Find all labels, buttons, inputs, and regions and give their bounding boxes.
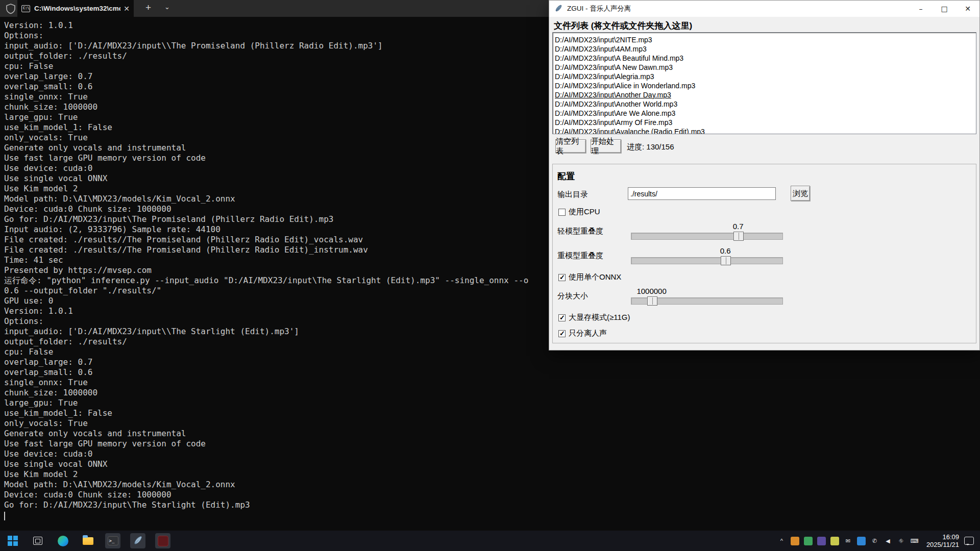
- app-feather-icon: [554, 5, 562, 13]
- list-item[interactable]: D:/AI/MDX23/input\2NITE.mp3: [555, 35, 976, 44]
- overlap-small-slider[interactable]: [631, 257, 783, 264]
- clock-date: 2025/11/21: [926, 541, 959, 548]
- notification-center-icon[interactable]: [964, 537, 974, 545]
- clock[interactable]: 16:09 2025/11/21: [926, 533, 959, 548]
- large-gpu-checkbox[interactable]: 大显存模式(≥11G): [558, 313, 630, 322]
- terminal-line: overlap_large: 0.7: [4, 357, 980, 367]
- tray-moon-icon[interactable]: [817, 537, 826, 545]
- tray-phone-icon[interactable]: ✆: [870, 537, 879, 545]
- network-icon[interactable]: ⛗: [897, 537, 905, 545]
- only-vocals-label: 只分离人声: [569, 329, 607, 338]
- use-cpu-checkbox[interactable]: 使用CPU: [558, 207, 600, 217]
- overlap-small-label: 重模型重叠度: [557, 251, 603, 261]
- browse-button[interactable]: 浏览: [791, 186, 810, 201]
- output-dir-input[interactable]: [628, 187, 776, 200]
- window-title: ZGUI - 音乐人声分离: [567, 4, 631, 13]
- slider-thumb[interactable]: [733, 232, 744, 241]
- volume-icon[interactable]: ◀: [884, 537, 892, 545]
- new-tab-button[interactable]: +: [145, 2, 151, 13]
- tab-close-icon[interactable]: ✕: [124, 5, 130, 13]
- terminal-tab-title: C:\Windows\system32\cmd.ex: [34, 5, 120, 12]
- chunk-size-label: 分块大小: [557, 291, 588, 301]
- use-cpu-label: 使用CPU: [569, 207, 600, 217]
- overlap-small-value: 0.6: [705, 246, 746, 255]
- zgui-titlebar[interactable]: ZGUI - 音乐人声分离 – □ ✕: [549, 1, 979, 17]
- terminal-line: Use device: cuda:0: [4, 449, 980, 459]
- close-button[interactable]: ✕: [956, 1, 979, 17]
- only-vocals-checkbox[interactable]: 只分离人声: [558, 329, 607, 338]
- single-onnx-checkbox[interactable]: 使用单个ONNX: [558, 272, 621, 282]
- single-onnx-label: 使用单个ONNX: [569, 272, 621, 282]
- start-processing-button[interactable]: 开始处理: [591, 139, 621, 153]
- terminal-tab[interactable]: C:\ C:\Windows\system32\cmd.ex ✕: [17, 0, 134, 17]
- checkbox-box[interactable]: [558, 274, 566, 281]
- python-zgui-icon[interactable]: [130, 533, 145, 548]
- list-item[interactable]: D:/AI/MDX23/input\Are We Alone.mp3: [555, 109, 976, 118]
- terminal-line: single_onnx: True: [4, 378, 980, 388]
- list-item[interactable]: D:/AI/MDX23/input\Alice in Wonderland.mp…: [555, 81, 976, 90]
- overlap-large-value: 0.7: [718, 222, 758, 231]
- terminal-line: Use fast large GPU memory version of cod…: [4, 439, 980, 449]
- clock-time: 16:09: [926, 533, 959, 541]
- list-item[interactable]: D:/AI/MDX23/input\A Beautiful Mind.mp3: [555, 54, 976, 63]
- chunk-size-value: 1000000: [631, 287, 672, 295]
- hidden-icons-chevron[interactable]: ^: [777, 537, 786, 545]
- tray-drop-icon[interactable]: [857, 537, 866, 545]
- terminal-line: overlap_small: 0.6: [4, 367, 980, 378]
- terminal-line: Go for: D:/AI/MDX23/input\The Starlight …: [4, 500, 980, 510]
- list-item[interactable]: D:/AI/MDX23/input\Avalanche (Radio Edit)…: [555, 127, 976, 134]
- list-item[interactable]: D:/AI/MDX23/input\A New Dawn.mp3: [555, 63, 976, 72]
- output-dir-label: 输出目录: [557, 190, 588, 199]
- terminal-line: use_kim_model_1: False: [4, 408, 980, 418]
- list-item[interactable]: D:/AI/MDX23/input\Army Of Fire.mp3: [555, 118, 976, 127]
- file-explorer-icon[interactable]: [80, 533, 95, 548]
- minimize-button[interactable]: –: [909, 1, 933, 17]
- chunk-size-slider[interactable]: [631, 297, 783, 305]
- file-list-header: 文件列表 (将文件或文件夹拖入这里): [554, 20, 692, 32]
- terminal-line: large_gpu: True: [4, 398, 980, 408]
- list-item[interactable]: D:/AI/MDX23/input\Another World.mp3: [555, 99, 976, 109]
- overlap-large-label: 轻模型重叠度: [557, 227, 603, 236]
- terminal-line: Device: cuda:0 Chunk size: 1000000: [4, 490, 980, 500]
- checkbox-box[interactable]: [558, 314, 566, 321]
- checkbox-box[interactable]: [558, 330, 566, 337]
- tray-leaf-icon[interactable]: [804, 537, 813, 545]
- terminal-line: Use Kim model 2: [4, 469, 980, 480]
- start-button[interactable]: [5, 533, 20, 548]
- config-heading: 配置: [557, 170, 575, 182]
- large-gpu-label: 大显存模式(≥11G): [569, 313, 630, 322]
- terminal-cursor: [4, 512, 5, 520]
- tray-paw-icon[interactable]: [791, 537, 799, 545]
- list-item[interactable]: D:/AI/MDX23/input\4AM.mp3: [555, 44, 976, 54]
- slider-thumb[interactable]: [647, 296, 657, 306]
- shield-icon: [5, 3, 16, 14]
- overlap-large-slider[interactable]: [631, 233, 783, 240]
- terminal-line: Model path: D:\AI\MDX23/models/Kim_Vocal…: [4, 480, 980, 490]
- red-app-icon[interactable]: [155, 533, 170, 548]
- terminal-line: Use single vocal ONNX: [4, 459, 980, 469]
- system-tray: ^✉✆◀⛗⌨ 16:09 2025/11/21: [777, 531, 980, 551]
- slider-thumb[interactable]: [721, 256, 731, 265]
- tab-dropdown-chevron-icon[interactable]: ⌄: [164, 3, 170, 11]
- terminal-line: only_vocals: True: [4, 418, 980, 429]
- config-groupbox: 配置 输出目录 浏览 使用CPU 0.7 轻模型重叠度 0.6 重模型重叠度 使…: [552, 164, 976, 343]
- edge-icon[interactable]: [55, 533, 70, 548]
- file-list[interactable]: D:/AI/MDX23/input\2NITE.mp3D:/AI/MDX23/i…: [552, 32, 976, 134]
- terminal-icon[interactable]: >_: [105, 533, 120, 548]
- tray-mail-icon[interactable]: ✉: [844, 537, 852, 545]
- cmd-icon: C:\: [21, 5, 30, 12]
- zgui-window: ZGUI - 音乐人声分离 – □ ✕ 文件列表 (将文件或文件夹拖入这里) D…: [549, 0, 980, 350]
- terminal-line: Generate only vocals and instrumental: [4, 429, 980, 439]
- checkbox-box[interactable]: [558, 209, 566, 216]
- keyboard-icon[interactable]: ⌨: [910, 537, 919, 545]
- tray-shield-icon[interactable]: [830, 537, 839, 545]
- task-view-icon[interactable]: [30, 533, 45, 548]
- taskbar: >_ ^✉✆◀⛗⌨ 16:09 2025/11/21: [0, 531, 980, 551]
- list-item[interactable]: D:/AI/MDX23/input\Another Day.mp3: [555, 90, 976, 99]
- progress-label: 进度: 130/156: [627, 142, 674, 152]
- maximize-button[interactable]: □: [933, 1, 956, 17]
- desktop: C:\ C:\Windows\system32\cmd.ex ✕ + ⌄ Ver…: [0, 0, 980, 551]
- terminal-line: chunk_size: 1000000: [4, 388, 980, 398]
- clear-list-button[interactable]: 清空列表: [555, 139, 586, 153]
- list-item[interactable]: D:/AI/MDX23/input\Alegria.mp3: [555, 72, 976, 81]
